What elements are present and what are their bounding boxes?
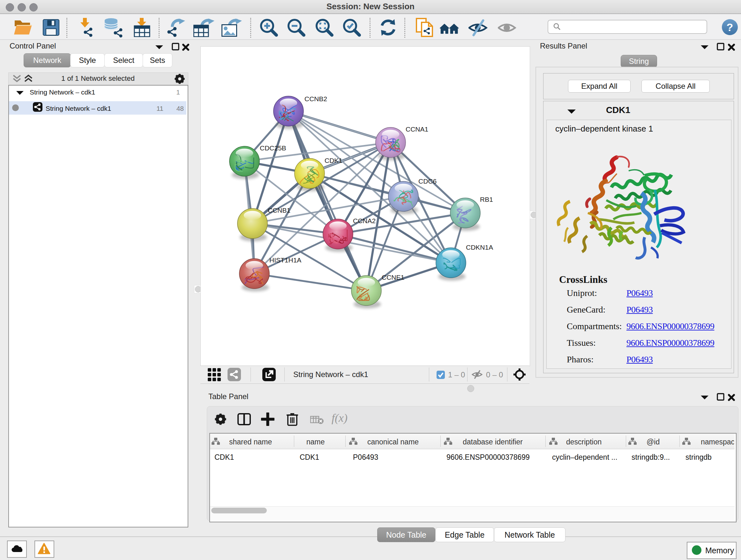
svg-text:CDC25B: CDC25B [260, 144, 286, 152]
svg-text:CDC6: CDC6 [418, 178, 436, 185]
svg-text:CCNA1: CCNA1 [406, 125, 428, 133]
svg-text:RB1: RB1 [480, 196, 493, 203]
svg-text:CDKN1A: CDKN1A [466, 244, 493, 251]
svg-text:CCNA2: CCNA2 [353, 217, 376, 225]
svg-text:CDK1: CDK1 [325, 157, 342, 164]
svg-text:CCNE1: CCNE1 [382, 273, 404, 281]
svg-text:CCNB1: CCNB1 [268, 206, 290, 214]
svg-text:CCNB2: CCNB2 [305, 95, 327, 103]
svg-text:HIST1H1A: HIST1H1A [269, 256, 301, 264]
